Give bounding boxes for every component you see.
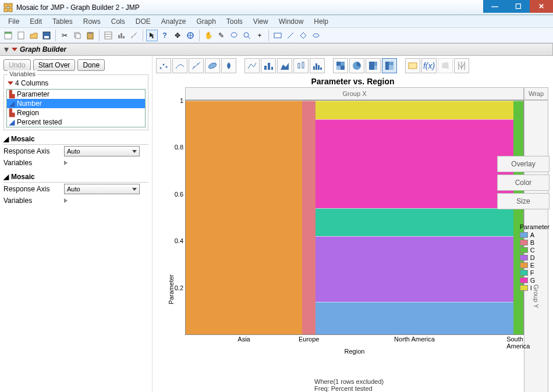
color-zone[interactable]: Color [497, 174, 550, 191]
ellipse-icon[interactable] [205, 58, 220, 73]
mosaic-col-north-america[interactable] [316, 101, 513, 334]
bar-chart-icon[interactable] [261, 58, 276, 73]
treemap-icon[interactable] [366, 58, 381, 73]
boxplot-icon[interactable] [293, 58, 309, 73]
hand-icon[interactable]: ✋ [203, 30, 214, 41]
smoother-icon[interactable] [172, 58, 187, 73]
expand-vars-icon[interactable] [64, 161, 68, 165]
disclose-icon[interactable] [3, 47, 9, 52]
datatable-icon[interactable] [102, 30, 114, 41]
mosaic-col-europe[interactable] [302, 101, 316, 334]
menu-file[interactable]: File [3, 16, 24, 27]
mosaic-icon[interactable] [382, 58, 397, 73]
menu-help[interactable]: Help [309, 16, 333, 27]
lasso-icon[interactable] [228, 30, 240, 41]
heatmap-icon[interactable] [333, 58, 348, 73]
formula-icon[interactable]: f(x) [421, 58, 437, 73]
legend-row-I[interactable]: I [520, 284, 550, 291]
minimize-button[interactable]: — [483, 0, 506, 13]
contour-icon[interactable] [221, 58, 236, 73]
cut-icon[interactable]: ✂ [59, 30, 70, 41]
fit-icon[interactable] [128, 30, 140, 41]
done-button[interactable]: Done [77, 59, 105, 71]
shape-icon[interactable] [310, 30, 322, 41]
paste-icon[interactable] [84, 30, 96, 41]
caption-icon[interactable] [405, 58, 420, 73]
mosaic-seg-D[interactable] [316, 236, 513, 302]
arrow-icon[interactable] [146, 30, 158, 41]
parallel-icon[interactable] [454, 58, 469, 73]
legend-row-G[interactable]: G [520, 277, 550, 284]
legend-row-A[interactable]: A [520, 231, 550, 238]
menu-tables[interactable]: Tables [48, 16, 77, 27]
pie-icon[interactable] [349, 58, 364, 73]
open-icon[interactable] [28, 30, 40, 41]
columns-header[interactable]: 4 Columns [6, 79, 146, 88]
maximize-button[interactable]: ☐ [506, 0, 530, 13]
plot-area[interactable]: 1 0.8 0.6 0.4 0.2 AsiaEuropeNorth Americ… [185, 100, 524, 335]
startover-button[interactable]: Start Over [33, 59, 76, 71]
legend-row-E[interactable]: E [520, 262, 550, 269]
crosshair-icon[interactable]: + [254, 30, 265, 41]
disclose-icon[interactable]: ◢ [3, 135, 9, 143]
menu-view[interactable]: View [249, 16, 273, 27]
histogram-icon[interactable] [310, 58, 325, 73]
legend-row-C[interactable]: C [520, 247, 550, 254]
mosaic-seg-C[interactable] [513, 101, 523, 334]
distribution-icon[interactable] [115, 30, 127, 41]
column-percenttested[interactable]: ◢Percent tested [7, 117, 145, 127]
size-zone[interactable]: Size [497, 193, 550, 209]
legend-row-F[interactable]: F [520, 269, 550, 276]
groupx-zone[interactable]: Group X [185, 87, 524, 100]
mosaic-seg-A[interactable] [316, 302, 513, 334]
new-table-icon[interactable] [2, 30, 14, 41]
legend-row-B[interactable]: B [520, 239, 550, 246]
column-region[interactable]: ▙Region [7, 108, 145, 117]
help-icon[interactable]: ? [159, 30, 171, 41]
wrap-zone[interactable]: Wrap [524, 87, 548, 100]
line-icon[interactable] [285, 30, 296, 41]
menu-rows[interactable]: Rows [79, 16, 105, 27]
hotspot-icon[interactable] [12, 48, 17, 51]
mosaic-seg-I[interactable] [316, 101, 513, 119]
menu-analyze[interactable]: Analyze [157, 16, 191, 27]
save-icon[interactable] [41, 30, 52, 41]
identify-icon[interactable] [185, 30, 196, 41]
area-chart-icon[interactable] [277, 58, 292, 73]
mosaic-col-asia[interactable] [186, 101, 302, 334]
overlay-zone[interactable]: Overlay [497, 156, 550, 172]
mosaic-seg-G[interactable] [316, 119, 513, 208]
brush-icon[interactable]: ✎ [215, 30, 227, 41]
new-script-icon[interactable] [15, 30, 27, 41]
mosaic-seg-F[interactable] [316, 208, 513, 236]
column-number[interactable]: ◢Number [7, 99, 145, 108]
menu-tools[interactable]: Tools [222, 16, 247, 27]
menu-window[interactable]: Window [274, 16, 309, 27]
legend-row-D[interactable]: D [520, 254, 550, 261]
menu-graph[interactable]: Graph [192, 16, 220, 27]
mosaic-seg-B[interactable] [302, 101, 316, 334]
menu-doe[interactable]: DOE [131, 16, 155, 27]
line-chart-icon[interactable] [244, 58, 260, 73]
menu-cols[interactable]: Cols [107, 16, 130, 27]
points-icon[interactable] [156, 58, 171, 73]
legend: Parameter ABCDEFGI [520, 223, 550, 292]
polygon-icon[interactable] [297, 30, 309, 41]
outline-header[interactable]: Graph Builder [0, 43, 553, 56]
expand-vars-icon[interactable] [64, 198, 68, 203]
mosaic-col-south-america[interactable] [513, 101, 523, 334]
mosaic-seg-E[interactable] [186, 101, 302, 334]
undo-button[interactable]: Undo [3, 59, 31, 71]
mapshapes-icon[interactable] [438, 58, 453, 73]
response-axis-combo[interactable]: Auto [64, 146, 140, 156]
column-parameter[interactable]: ▙Parameter [7, 90, 145, 99]
move-icon[interactable]: ✥ [172, 30, 183, 41]
line-of-fit-icon[interactable] [189, 58, 204, 73]
zoom-icon[interactable] [241, 30, 253, 41]
response-axis-combo[interactable]: Auto [64, 184, 140, 194]
close-button[interactable]: ✕ [530, 0, 553, 13]
menu-edit[interactable]: Edit [25, 16, 47, 27]
disclose-icon[interactable]: ◢ [3, 173, 9, 181]
annotate-icon[interactable] [272, 30, 283, 41]
copy-icon[interactable] [72, 30, 83, 41]
